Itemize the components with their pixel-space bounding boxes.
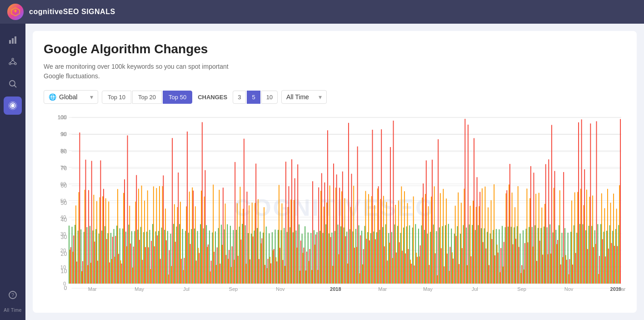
svg-point-12 — [10, 81, 15, 86]
num5-button[interactable]: 5 — [247, 91, 260, 104]
num3-button[interactable]: 3 — [233, 91, 246, 104]
bar-chart-canvas — [44, 113, 626, 302]
svg-point-14 — [11, 104, 14, 107]
top10-button[interactable]: Top 10 — [102, 91, 131, 104]
global-label: Global — [59, 93, 77, 101]
changes-label: CHANGES — [196, 94, 229, 101]
sidebar-login-label[interactable]: All Time — [4, 308, 22, 313]
content-inner: Google Algorithm Changes We are monitori… — [33, 31, 637, 313]
svg-point-8 — [15, 63, 16, 65]
header: cognitiveSEO SIGNALS — [0, 0, 644, 24]
time-label: All Time — [286, 93, 309, 101]
top20-button[interactable]: Top 20 — [132, 91, 162, 104]
sidebar-item-network[interactable] — [4, 53, 22, 71]
page-description: We are monitoring over 100k keywords so … — [44, 62, 235, 81]
svg-line-9 — [10, 60, 13, 63]
time-select[interactable]: All Time ▾ — [281, 90, 327, 104]
svg-line-10 — [13, 60, 15, 63]
dropdown-arrow-icon: ▾ — [90, 93, 93, 101]
svg-line-13 — [15, 86, 17, 88]
page-title: Google Algorithm Changes — [44, 42, 626, 56]
logo-icon — [7, 4, 24, 20]
svg-text:?: ? — [11, 292, 14, 298]
globe-icon: 🌐 — [49, 93, 56, 101]
sidebar-item-barchart[interactable] — [4, 31, 22, 49]
sidebar-item-signals[interactable] — [4, 97, 22, 115]
top50-button[interactable]: Top 50 — [163, 91, 192, 104]
sidebar: ? All Time — [0, 24, 25, 320]
svg-rect-3 — [9, 40, 11, 44]
svg-point-7 — [9, 63, 11, 65]
svg-rect-4 — [12, 38, 14, 44]
chart-container: COGNITIVESEO 100 90 — [44, 113, 626, 302]
sidebar-item-search[interactable] — [4, 75, 22, 93]
controls-row: 🌐 Global ▾ Top 10 Top 20 Top 50 CHANGES … — [44, 90, 626, 104]
header-title: cognitiveSEO SIGNALS — [29, 8, 115, 16]
sidebar-bottom: ? All Time — [4, 286, 22, 313]
svg-rect-5 — [15, 36, 16, 44]
main-layout: ? All Time Google Algorithm Changes We a… — [0, 24, 644, 320]
global-select[interactable]: 🌐 Global ▾ — [44, 90, 98, 104]
num10-button[interactable]: 10 — [261, 91, 278, 104]
top-btn-group: Top 10 Top 20 Top 50 — [102, 91, 192, 104]
num-btn-group: 3 5 10 — [233, 91, 278, 104]
svg-point-6 — [12, 58, 14, 60]
content-area: Google Algorithm Changes We are monitori… — [25, 24, 644, 320]
time-dropdown-arrow-icon: ▾ — [319, 93, 322, 101]
sidebar-item-help[interactable]: ? — [4, 286, 22, 304]
